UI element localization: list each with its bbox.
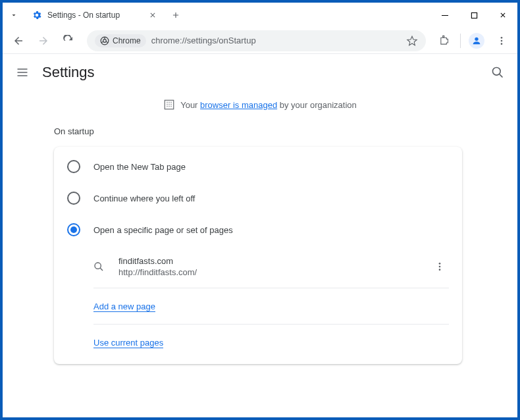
back-button[interactable] — [8, 30, 29, 51]
settings-search-button[interactable] — [491, 66, 504, 79]
managed-banner: Your browser is managed by your organiza… — [3, 91, 517, 118]
building-icon — [163, 99, 175, 111]
radio-icon — [67, 192, 80, 205]
managed-prefix: Your — [180, 100, 200, 110]
close-icon — [149, 11, 157, 19]
plus-icon — [171, 11, 180, 20]
address-bar[interactable]: Chrome chrome://settings/onStartup — [87, 30, 426, 51]
startup-page-name: finditfasts.com — [118, 256, 430, 266]
radio-icon — [67, 160, 80, 173]
maximize-icon — [471, 12, 478, 19]
chrome-chip: Chrome — [95, 34, 146, 47]
svg-point-10 — [95, 263, 101, 269]
svg-rect-9 — [165, 100, 174, 109]
tab-close-button[interactable] — [149, 11, 157, 19]
radio-label: Open the New Tab page — [93, 162, 186, 172]
startup-card: Open the New Tab page Continue where you… — [54, 147, 462, 364]
managed-link[interactable]: browser is managed — [200, 100, 277, 110]
extensions-button[interactable] — [434, 30, 455, 51]
svg-point-4 — [475, 37, 478, 40]
chevron-down-icon — [10, 11, 18, 19]
radio-open-new-tab[interactable]: Open the New Tab page — [54, 151, 462, 182]
settings-gear-icon — [32, 10, 42, 20]
page-title: Settings — [42, 64, 95, 81]
chrome-icon — [100, 36, 109, 45]
tab-title: Settings - On startup — [47, 11, 120, 20]
svg-point-6 — [501, 39, 503, 41]
use-current-pages-link[interactable]: Use current pages — [93, 338, 163, 348]
tab-dropdown-button[interactable] — [3, 11, 25, 19]
add-page-link[interactable]: Add a new page — [93, 302, 155, 312]
section-title: On startup — [54, 126, 517, 136]
page-favicon — [93, 261, 107, 272]
browser-menu-button[interactable] — [491, 30, 512, 51]
maximize-button[interactable] — [459, 3, 488, 28]
svg-point-11 — [439, 263, 441, 265]
reload-icon — [63, 35, 74, 47]
search-icon — [93, 261, 104, 272]
close-icon — [499, 11, 507, 19]
svg-point-8 — [493, 68, 501, 76]
forward-button[interactable] — [33, 30, 54, 51]
minimize-icon — [441, 11, 449, 19]
radio-label: Continue where you left off — [93, 194, 195, 203]
more-vert-icon — [496, 36, 507, 46]
chrome-chip-label: Chrome — [113, 36, 141, 45]
bookmark-button[interactable] — [406, 35, 418, 47]
managed-suffix: by your organization — [277, 100, 357, 110]
svg-rect-1 — [471, 13, 477, 18]
radio-icon-selected — [67, 223, 80, 236]
more-vert-icon — [434, 261, 445, 272]
hamburger-icon — [16, 66, 29, 79]
radio-specific-pages[interactable]: Open a specific page or set of pages — [54, 214, 462, 246]
startup-page-url: http://finditfasts.com/ — [118, 267, 430, 277]
url-text: chrome://settings/onStartup — [151, 36, 256, 45]
settings-menu-button[interactable] — [16, 66, 29, 79]
profile-button[interactable] — [466, 30, 487, 51]
search-icon — [491, 66, 504, 79]
person-icon — [471, 36, 482, 46]
minimize-button[interactable] — [430, 3, 459, 28]
page-more-button[interactable] — [430, 257, 449, 276]
window-close-button[interactable] — [488, 3, 517, 28]
svg-point-7 — [501, 43, 503, 45]
radio-continue[interactable]: Continue where you left off — [54, 182, 462, 214]
star-icon — [406, 35, 418, 47]
svg-point-5 — [501, 37, 503, 39]
separator — [460, 34, 461, 48]
browser-tab[interactable]: Settings - On startup — [25, 5, 163, 26]
svg-rect-0 — [442, 15, 448, 16]
extensions-icon — [439, 35, 450, 46]
radio-label: Open a specific page or set of pages — [93, 225, 233, 235]
svg-point-13 — [439, 269, 441, 271]
new-tab-button[interactable] — [171, 11, 180, 20]
arrow-left-icon — [13, 35, 24, 47]
arrow-right-icon — [38, 35, 49, 47]
startup-page-row: finditfasts.com http://finditfasts.com/ — [93, 246, 449, 288]
reload-button[interactable] — [58, 30, 79, 51]
svg-point-12 — [439, 266, 441, 268]
svg-point-3 — [103, 39, 107, 42]
